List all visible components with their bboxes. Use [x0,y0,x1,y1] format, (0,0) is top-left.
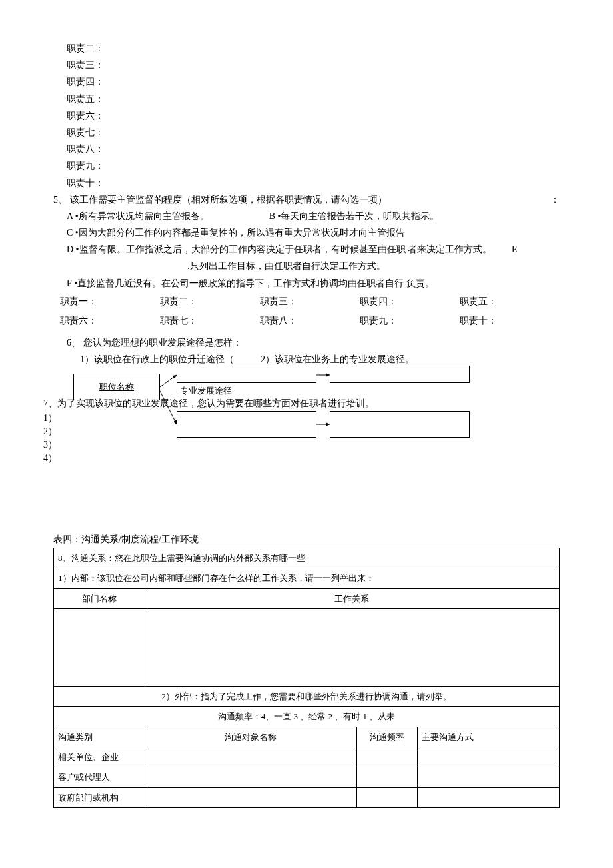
box-prof-2 [330,411,470,438]
cell[interactable] [145,747,357,767]
duty-10: 职责十： [67,175,560,191]
duty-6: 职责六： [67,107,560,124]
q5-b: B •每天向主管报告若干次，听取其指示。 [269,208,440,224]
grid-d1: 职责一： [60,292,160,311]
duty-9: 职责九： [67,157,560,174]
rel-cell[interactable] [145,608,559,686]
cell[interactable] [145,767,357,787]
col-freq: 沟通频率 [357,727,418,747]
grid-d3: 职责三： [260,292,360,311]
q6-head: 6、 您认为您理想的职业发展途径是怎样： [67,334,560,351]
duty-3: 职责三： [67,57,560,73]
grid-d2: 职责二： [160,292,260,311]
external-head: 2）外部：指为了完成工作，您需要和哪些外部关系进行协调沟通，请列举。 [54,686,560,706]
row-unit: 相关单位、企业 [54,747,145,767]
q7-4: 4） [43,450,57,466]
q5-head: 5、 该工作需要主管监督的程度（相对所叙选项，根据各职责情况，请勾选一项） [53,191,387,208]
row-client: 客户或代理人 [54,767,145,787]
dept-cell[interactable] [54,608,145,686]
grid-d4: 职责四： [360,292,460,311]
q5-c: C •因为大部分的工作的内容都是重复性的，所以遇有重大异常状况时才向主管报告 [67,224,560,241]
grid-d7: 职责七： [160,311,260,330]
col-method: 主要沟通方式 [418,727,560,747]
col-target: 沟通对象名称 [145,727,357,747]
svg-line-0 [160,375,177,387]
career-diagram: 职位升迁途径 专业发展途径 职位名称 7、为了实现该职位的职业发展途径，您认为需… [53,371,560,451]
col-type: 沟通类别 [54,727,145,747]
cell[interactable] [418,767,560,787]
cell[interactable] [418,747,560,767]
q5-e2: .只列出工作目标，由任职者自行决定工作方式。 [13,258,560,274]
grid-d5: 职责五： [460,292,560,311]
q8: 8、沟通关系：您在此职位上需要沟通协调的内外部关系有哪一些 [54,548,560,568]
table4-title: 表四：沟通关系/制度流程/工作环境 [53,531,560,548]
duty-4: 职责四： [67,73,560,90]
q5-a: A •所有异常状况均需向主管报备。 [67,208,209,224]
cell[interactable] [145,787,357,807]
freq-note: 沟通频率：4、一直 3 、经常 2 、有时 1 、从未 [54,707,560,727]
comm-table: 8、沟通关系：您在此职位上需要沟通协调的内外部关系有哪一些 1）内部：该职位在公… [53,548,560,809]
duty-8: 职责八： [67,141,560,157]
q5-f: F •直接监督几近没有。在公司一般政策的指导下，工作方式和协调均由任职者自行 负… [67,275,560,292]
grid-d8: 职责八： [260,311,360,330]
duty-7: 职责七： [67,124,560,141]
cell[interactable] [418,787,560,807]
duty-5: 职责五： [67,91,560,107]
row-gov: 政府部门或机构 [54,787,145,807]
cell[interactable] [357,787,418,807]
q5-e: E [512,241,518,258]
box-promo-2 [330,366,470,383]
box-promo-1 [177,366,316,383]
cell[interactable] [357,767,418,787]
col-dept: 部门名称 [54,588,145,608]
grid-d9: 职责九： [360,311,460,330]
q5-colon: ： [550,191,560,208]
q5-d: D •监督有限。工作指派之后，大部分的工作内容决定于任职者，有时候甚至由任职 者… [67,241,492,258]
internal-head: 1）内部：该职位在公司内部和哪些部门存在什么样的工作关系，请一一列举出来： [54,568,560,588]
col-rel: 工作关系 [145,588,559,608]
box-prof-1 [177,411,316,438]
duty-2: 职责二： [67,40,560,57]
duties-grid: 职责一： 职责二： 职责三： 职责四： 职责五： 职责六： 职责七： 职责八： … [60,292,560,330]
q7-head: 7、为了实现该职位的职业发展途径，您认为需要在哪些方面对任职者进行培训。 [43,395,374,412]
grid-d10: 职责十： [460,311,560,330]
grid-d6: 职责六： [60,311,160,330]
cell[interactable] [357,747,418,767]
